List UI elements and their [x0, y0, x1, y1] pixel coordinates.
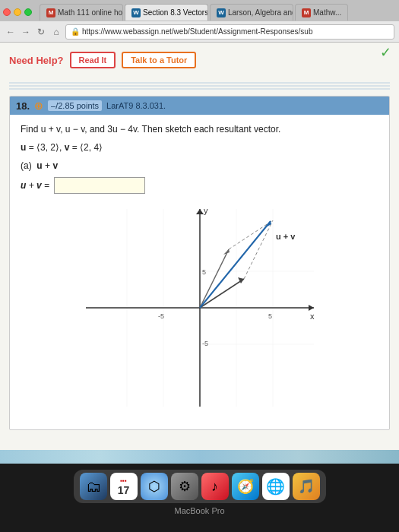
back-button[interactable]: ← [5, 26, 17, 38]
lock-icon: 🔒 [71, 27, 80, 36]
tab-icon-larson: W [217, 8, 226, 17]
problem-vectors: u = ⟨3, 2⟩, v = ⟨2, 4⟩ [21, 141, 378, 154]
svg-text:u + v: u + v [276, 232, 296, 241]
svg-line-22 [244, 220, 273, 279]
dock-launchpad-icon[interactable]: ⬡ [141, 473, 168, 500]
dock-system-prefs-icon[interactable]: ⚙ [171, 473, 198, 500]
tab-mathw[interactable]: M Mathw... [295, 4, 348, 21]
star-icon: ⊕ [34, 100, 43, 112]
svg-text:5: 5 [268, 312, 272, 320]
graph-svg: x y -5 5 5 -5 [78, 201, 321, 414]
forward-button[interactable]: → [20, 26, 32, 38]
dock-calendar-icon[interactable]: ▪▪▪ 17 [110, 473, 138, 500]
svg-text:y: y [204, 206, 208, 215]
problem-section: 18. ⊕ –/2.85 points LarAT9 8.3.031. Find… [9, 96, 390, 430]
problem-points: –/2.85 points [48, 100, 102, 111]
dock-extra-icon[interactable]: 🎵 [293, 473, 320, 500]
traffic-lights [3, 8, 32, 16]
problem-number: 18. [16, 100, 30, 112]
tab-section-vectors[interactable]: W Section 8.3 Vectors [125, 4, 208, 21]
problem-header: 18. ⊕ –/2.85 points LarAT9 8.3.031. [10, 97, 389, 115]
svg-marker-11 [196, 209, 204, 214]
minimize-button[interactable] [14, 8, 21, 16]
need-help-label: Need Help? [9, 55, 64, 66]
problem-question: Find u + v, u − v, and 3u − 4v. Then ske… [21, 122, 378, 136]
answer-label: u + v = [21, 180, 49, 191]
wavy-strip [0, 450, 399, 464]
svg-text:5: 5 [202, 268, 206, 276]
checkmark-icon: ✓ [380, 44, 391, 61]
tab-icon-math111: M [46, 8, 55, 17]
svg-marker-10 [309, 305, 314, 311]
dock-safari-icon[interactable]: 🧭 [232, 473, 259, 500]
tab-bar: M Math 111 online ho... W Section 8.3 Ve… [0, 0, 399, 21]
dock-area: 🗂 ▪▪▪ 17 ⬡ ⚙ ♪ 🧭 🌐 🎵 [74, 470, 326, 503]
problem-body: Find u + v, u − v, and 3u − 4v. Then ske… [10, 115, 389, 429]
answer-input[interactable] [54, 177, 145, 194]
answer-row: u + v = [21, 177, 378, 194]
tab-icon-vectors: W [131, 8, 141, 17]
svg-marker-25 [264, 221, 271, 228]
address-bar-row: ← → ↻ ⌂ 🔒 https://www.webassign.net/web/… [0, 21, 399, 43]
tab-math111[interactable]: M Math 111 online ho... [40, 4, 123, 21]
decorative-lines [9, 81, 390, 91]
close-button[interactable] [3, 8, 11, 16]
macbook-label: MacBook Pro [174, 506, 224, 515]
read-it-button[interactable]: Read It [70, 52, 116, 68]
tab-icon-mathw: M [302, 8, 311, 17]
address-bar[interactable]: 🔒 https://www.webassign.net/web/Student/… [65, 24, 394, 40]
svg-text:-5: -5 [158, 312, 164, 320]
problem-id: LarAT9 8.3.031. [106, 101, 166, 110]
refresh-button[interactable]: ↻ [35, 26, 47, 38]
home-button[interactable]: ⌂ [50, 26, 62, 38]
svg-line-24 [200, 221, 271, 308]
graph-area: x y -5 5 5 -5 [78, 201, 321, 414]
dock-chrome-icon[interactable]: 🌐 [262, 473, 290, 500]
maximize-button[interactable] [24, 8, 32, 16]
macbook-bar: 🗂 ▪▪▪ 17 ⬡ ⚙ ♪ 🧭 🌐 🎵 MacBook Pro [0, 464, 399, 532]
page-content: ✓ Need Help? Read It Talk to a Tutor 18.… [0, 43, 399, 499]
svg-text:x: x [310, 312, 315, 321]
sub-question-label: (a) u + v [21, 159, 378, 173]
need-help-bar: Need Help? Read It Talk to a Tutor [9, 49, 390, 71]
dock-music-icon[interactable]: ♪ [201, 473, 229, 500]
tab-larson[interactable]: W Larson, Algebra and ... [210, 4, 293, 21]
dock-finder-icon[interactable]: 🗂 [80, 473, 107, 500]
svg-text:-5: -5 [202, 340, 208, 347]
talk-to-tutor-button[interactable]: Talk to a Tutor [122, 52, 196, 68]
browser-chrome: M Math 111 online ho... W Section 8.3 Ve… [0, 0, 399, 43]
